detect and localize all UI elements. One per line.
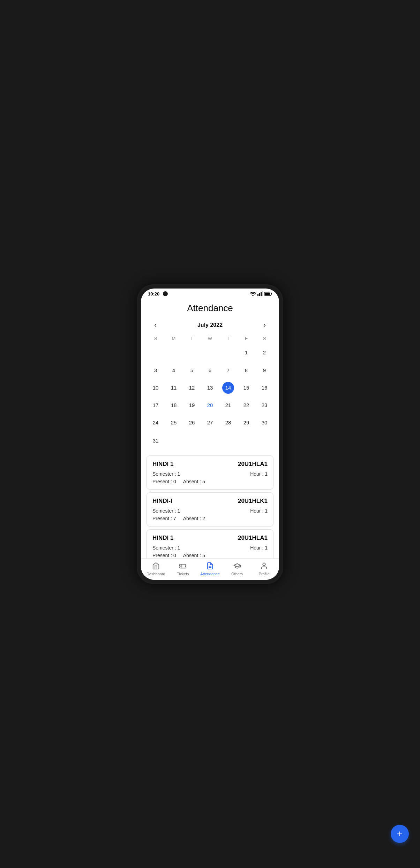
calendar-month-year: July 2022 [197, 322, 223, 328]
calendar-day-cell[interactable]: 10 [147, 379, 165, 397]
calendar-day-cell[interactable]: 25 [165, 414, 183, 431]
nav-item-others[interactable]: Others [224, 560, 251, 578]
course-semester-label: Semester : 1 [152, 545, 180, 551]
calendar-day-cell[interactable]: 13 [201, 379, 219, 397]
phone-frame: 10:20 [137, 284, 283, 584]
svg-rect-1 [259, 293, 260, 296]
day-number [222, 434, 234, 446]
calendar-day-cell[interactable]: 5 [183, 362, 201, 379]
calendar-day-cell[interactable]: 20 [201, 397, 219, 414]
weekday-sun: S [147, 334, 165, 343]
course-card[interactable]: HINDI 1 20U1HLA1 Semester : 1 Hour : 1 P… [147, 455, 273, 490]
day-number [186, 434, 198, 446]
nav-item-tickets[interactable]: Tickets [170, 560, 197, 578]
calendar-day-cell [219, 343, 237, 362]
day-number: 27 [204, 417, 216, 429]
calendar-day-cell[interactable]: 2 [255, 343, 273, 362]
prev-month-button[interactable]: ‹ [151, 319, 160, 331]
day-number: 29 [240, 417, 252, 429]
day-number [240, 434, 252, 446]
course-present: Present : 7 [152, 516, 176, 521]
calendar-week-row: 10111213141516 [147, 379, 273, 397]
weekday-fri: F [237, 334, 255, 343]
calendar-day-cell[interactable]: 11 [165, 379, 183, 397]
calendar-day-cell[interactable]: 1 [237, 343, 255, 362]
calendar-section: ‹ July 2022 › S M T W T F S [141, 316, 279, 453]
svg-point-10 [263, 563, 265, 566]
day-number: 30 [258, 417, 270, 429]
calendar-day-cell[interactable]: 23 [255, 397, 273, 414]
calendar-day-cell[interactable]: 3 [147, 362, 165, 379]
status-bar: 10:20 [141, 289, 279, 298]
calendar-header: ‹ July 2022 › [147, 316, 273, 334]
calendar-day-cell[interactable]: 24 [147, 414, 165, 431]
day-number [150, 346, 162, 358]
day-number: 22 [240, 399, 252, 411]
calendar-day-cell[interactable]: 15 [237, 379, 255, 397]
course-card-header: HINDI-I 20U1HLK1 [152, 498, 268, 505]
calendar-week-row: 12 [147, 343, 273, 362]
course-card[interactable]: HINDI-I 20U1HLK1 Semester : 1 Hour : 1 P… [147, 492, 273, 527]
calendar-day-cell[interactable]: 14 [219, 379, 237, 397]
calendar-day-cell[interactable]: 18 [165, 397, 183, 414]
tickets-icon [179, 562, 187, 571]
day-number: 28 [222, 417, 234, 429]
calendar-week-row: 31 [147, 431, 273, 450]
calendar-day-cell[interactable]: 6 [201, 362, 219, 379]
calendar-day-cell[interactable]: 16 [255, 379, 273, 397]
calendar-day-cell[interactable]: 27 [201, 414, 219, 431]
day-number: 25 [168, 417, 180, 429]
calendar-day-cell[interactable]: 29 [237, 414, 255, 431]
calendar-day-cell[interactable]: 31 [147, 431, 165, 450]
calendar-day-cell[interactable]: 12 [183, 379, 201, 397]
course-name: HINDI-I [152, 498, 172, 505]
day-number: 2 [258, 346, 270, 358]
calendar-day-cell[interactable]: 19 [183, 397, 201, 414]
calendar-day-cell[interactable]: 28 [219, 414, 237, 431]
calendar-day-cell [237, 431, 255, 450]
course-code: 20U1HLK1 [238, 498, 268, 505]
scroll-content[interactable]: Attendance ‹ July 2022 › S M T W T [141, 298, 279, 567]
calendar-day-cell[interactable]: 22 [237, 397, 255, 414]
calendar-day-cell[interactable]: 4 [165, 362, 183, 379]
nav-item-dashboard[interactable]: Dashboard [142, 560, 170, 578]
nav-item-attendance[interactable]: Attendance [196, 560, 224, 578]
calendar-day-cell[interactable]: 8 [237, 362, 255, 379]
highlighted-day: 20 [204, 399, 216, 411]
nav-item-profile[interactable]: Profile [250, 560, 278, 578]
course-hour-label: Hour : 1 [250, 545, 268, 551]
dashboard-icon [152, 562, 160, 571]
course-stats: Present : 7 Absent : 2 [152, 516, 268, 521]
day-number: 13 [204, 382, 216, 394]
camera-icon [163, 291, 168, 296]
day-number: 10 [150, 382, 162, 394]
calendar-day-cell[interactable]: 9 [255, 362, 273, 379]
day-number [222, 346, 234, 358]
calendar-day-cell[interactable]: 30 [255, 414, 273, 431]
wifi-icon [250, 291, 256, 296]
calendar-day-cell [255, 431, 273, 450]
nav-label-others: Others [231, 572, 243, 576]
next-month-button[interactable]: › [260, 319, 269, 331]
day-number: 17 [150, 399, 162, 411]
weekday-sat: S [255, 334, 273, 343]
svg-rect-5 [271, 293, 272, 295]
calendar-body: 1234567891011121314151617181920212223242… [147, 343, 273, 450]
day-number: 11 [168, 382, 180, 394]
day-number: 26 [186, 417, 198, 429]
svg-rect-3 [262, 291, 263, 296]
day-number: 8 [240, 364, 252, 376]
phone-screen: 10:20 [141, 289, 279, 580]
calendar-day-cell[interactable]: 21 [219, 397, 237, 414]
course-present: Present : 0 [152, 553, 176, 558]
day-number: 31 [150, 435, 162, 446]
battery-icon [264, 292, 272, 296]
course-name: HINDI 1 [152, 461, 173, 468]
calendar-day-cell[interactable]: 17 [147, 397, 165, 414]
calendar-day-cell[interactable]: 7 [219, 362, 237, 379]
calendar-day-cell[interactable]: 26 [183, 414, 201, 431]
day-number: 16 [258, 382, 270, 394]
weekday-wed: W [201, 334, 219, 343]
course-present: Present : 0 [152, 479, 176, 484]
course-semester-row: Semester : 1 Hour : 1 [152, 471, 268, 477]
